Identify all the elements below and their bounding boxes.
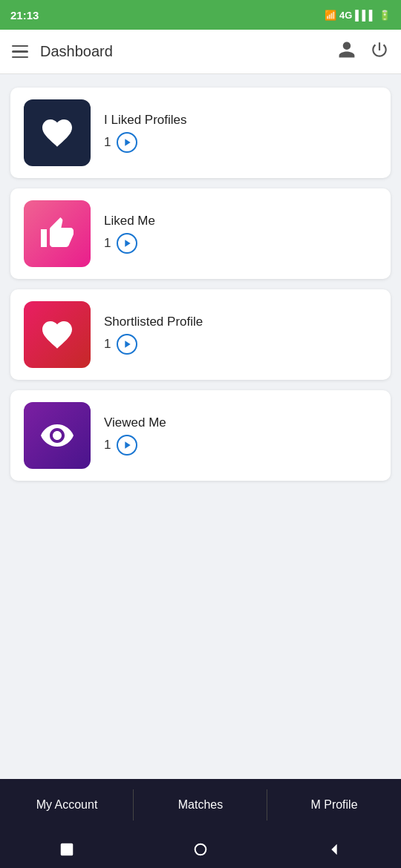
heart-icon: [39, 115, 75, 151]
liked-profiles-icon-box: [24, 99, 91, 166]
liked-me-title: Liked Me: [104, 214, 155, 228]
wifi-icon: 📶: [325, 10, 336, 21]
signal-icon: ▌▌▌: [355, 10, 376, 21]
nav-m-profile-label: M Profile: [310, 798, 357, 812]
nav-m-profile[interactable]: M Profile: [267, 779, 401, 831]
liked-profiles-info: I Liked Profiles 1: [104, 113, 187, 153]
bottom-nav: My Account Matches M Profile: [0, 779, 401, 831]
page-title: Dashboard: [40, 43, 113, 60]
eye-icon: [39, 418, 75, 453]
header-left: Dashboard: [12, 43, 113, 60]
svg-point-1: [195, 844, 206, 855]
viewed-me-count: 1: [104, 438, 111, 453]
card-shortlisted: Shortlisted Profile 1: [10, 289, 391, 380]
liked-me-info: Liked Me 1: [104, 214, 155, 254]
liked-profiles-arrow[interactable]: [117, 132, 137, 153]
shortlisted-icon-box: [24, 301, 91, 368]
liked-me-arrow[interactable]: [117, 233, 137, 254]
shortlisted-title: Shortlisted Profile: [104, 315, 203, 329]
nav-matches[interactable]: Matches: [134, 779, 267, 831]
liked-me-count-row: 1: [104, 233, 155, 254]
viewed-me-arrow[interactable]: [117, 435, 137, 456]
card-liked-me: Liked Me 1: [10, 188, 391, 279]
android-square-button[interactable]: [56, 838, 78, 861]
status-icons: 📶 4G ▌▌▌ 🔋: [325, 10, 391, 21]
svg-rect-0: [61, 844, 74, 856]
heart-pulse-icon: [39, 317, 75, 352]
shortlisted-count: 1: [104, 337, 111, 352]
liked-me-icon-box: [24, 200, 91, 267]
header: Dashboard: [0, 30, 401, 74]
android-back-button[interactable]: [323, 838, 345, 861]
shortlisted-info: Shortlisted Profile 1: [104, 315, 203, 355]
viewed-me-count-row: 1: [104, 435, 166, 456]
profile-icon[interactable]: [337, 40, 356, 64]
viewed-me-icon-box: [24, 402, 91, 469]
main-content: I Liked Profiles 1 Liked Me 1: [0, 74, 401, 779]
status-bar: 21:13 📶 4G ▌▌▌ 🔋: [0, 0, 401, 30]
nav-my-account-label: My Account: [36, 798, 98, 812]
liked-profiles-title: I Liked Profiles: [104, 113, 187, 128]
nav-matches-label: Matches: [178, 798, 223, 812]
shortlisted-count-row: 1: [104, 334, 203, 355]
svg-marker-2: [331, 844, 336, 855]
4g-icon: 4G: [339, 10, 352, 21]
liked-me-count: 1: [104, 236, 111, 251]
shortlisted-arrow[interactable]: [117, 334, 137, 355]
thumbsup-icon: [39, 216, 75, 251]
android-circle-button[interactable]: [189, 838, 212, 861]
nav-my-account[interactable]: My Account: [0, 779, 134, 831]
card-liked-profiles: I Liked Profiles 1: [10, 88, 391, 178]
menu-button[interactable]: [12, 45, 28, 59]
liked-profiles-count: 1: [104, 135, 111, 150]
header-right: [337, 40, 389, 64]
viewed-me-title: Viewed Me: [104, 415, 166, 430]
battery-icon: 🔋: [379, 10, 391, 21]
android-nav-bar: [0, 831, 401, 868]
status-time: 21:13: [10, 9, 39, 22]
power-icon[interactable]: [370, 40, 389, 64]
viewed-me-info: Viewed Me 1: [104, 415, 166, 456]
card-viewed-me: Viewed Me 1: [10, 390, 391, 481]
liked-profiles-count-row: 1: [104, 132, 187, 153]
